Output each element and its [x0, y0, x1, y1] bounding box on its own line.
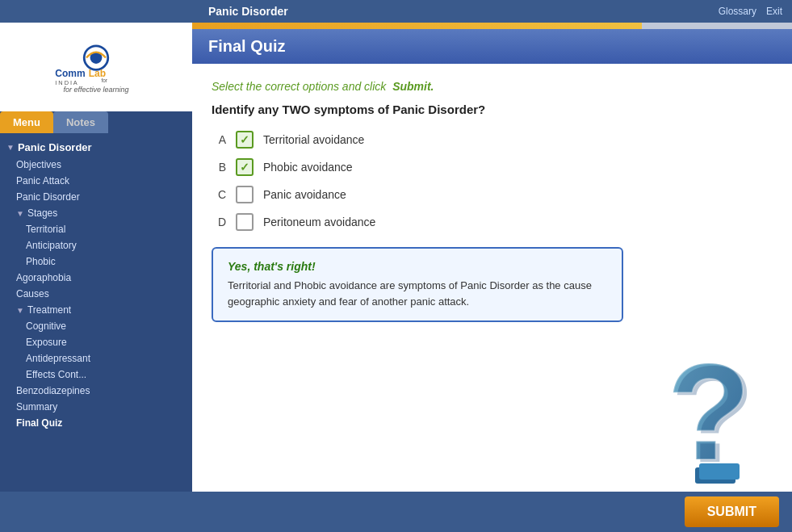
sidebar-tabs: Menu Notes: [0, 111, 192, 133]
svg-rect-10: [699, 463, 740, 480]
quiz-body: Select the correct options and click Sub…: [192, 64, 792, 492]
sidebar-item-objectives[interactable]: Objectives: [0, 157, 192, 173]
content-area: Final Quiz Select the correct options an…: [192, 23, 792, 492]
option-checkbox-d[interactable]: [236, 213, 254, 231]
option-label-c: Panic avoidance: [263, 188, 346, 201]
svg-text:Comm: Comm: [55, 67, 85, 78]
sidebar-item-phobic[interactable]: Phobic: [0, 253, 192, 270]
instruction-text: Select the correct options and click Sub…: [212, 80, 773, 93]
checkmark-a: ✓: [240, 133, 249, 146]
option-row-c: C Panic avoidance: [212, 186, 773, 203]
sidebar-item-panic-disorder-root[interactable]: ▼ Panic Disorder: [0, 138, 192, 157]
quiz-header: Final Quiz: [192, 29, 792, 64]
glossary-link[interactable]: Glossary: [719, 6, 756, 17]
feedback-text: Territorial and Phobic avoidance are sym…: [228, 278, 607, 309]
feedback-box: Yes, that's right! Territorial and Phobi…: [212, 247, 623, 322]
sidebar-item-panic-attack[interactable]: Panic Attack: [0, 173, 192, 189]
svg-text:I N D I A: I N D I A: [55, 78, 78, 85]
sidebar-item-final-quiz[interactable]: Final Quiz: [0, 415, 192, 431]
sidebar-item-anticipatory[interactable]: Anticipatory: [0, 237, 192, 253]
option-letter-c: C: [212, 188, 226, 201]
logo-tagline: for effective learning: [63, 86, 128, 94]
quiz-title: Final Quiz: [208, 37, 286, 55]
sidebar-item-exposure[interactable]: Exposure: [0, 334, 192, 350]
commlab-logo: Comm Lab I N D I A for: [48, 41, 145, 86]
svg-text:for: for: [101, 77, 107, 83]
logo-area: Comm Lab I N D I A for for effective lea…: [0, 23, 192, 111]
sidebar-item-causes[interactable]: Causes: [0, 286, 192, 302]
footer: SUBMIT: [0, 492, 792, 532]
option-row-b: B ✓ Phobic avoidance: [212, 158, 773, 176]
option-checkbox-a[interactable]: ✓: [236, 131, 254, 149]
sidebar-item-summary[interactable]: Summary: [0, 399, 192, 415]
progress-bar-container: [192, 23, 792, 29]
option-letter-d: D: [212, 216, 226, 228]
sidebar-item-territorial[interactable]: Territorial: [0, 221, 192, 237]
option-letter-b: B: [212, 161, 226, 174]
option-checkbox-c[interactable]: [236, 186, 254, 203]
option-label-b: Phobic avoidance: [263, 161, 353, 174]
feedback-correct-label: Yes, that's right!: [228, 260, 607, 273]
sidebar: Comm Lab I N D I A for for effective lea…: [0, 23, 192, 492]
progress-bar-fill: [192, 23, 642, 29]
arrow-icon: ▼: [6, 143, 15, 152]
sidebar-item-panic-disorder[interactable]: Panic Disorder: [0, 189, 192, 205]
option-label-d: Peritoneum avoidance: [263, 216, 375, 228]
submit-button[interactable]: SUBMIT: [685, 496, 779, 527]
question-text: Identify any TWO symptoms of Panic Disor…: [212, 103, 773, 116]
sidebar-item-treatment[interactable]: ▼ Treatment: [0, 302, 192, 318]
sidebar-item-agoraphobia[interactable]: Agoraphobia: [0, 270, 192, 286]
option-checkbox-b[interactable]: ✓: [236, 158, 254, 176]
option-row-d: D Peritoneum avoidance: [212, 213, 773, 231]
option-letter-a: A: [212, 133, 226, 146]
arrow-icon: ▼: [16, 306, 24, 315]
sidebar-item-benzodiazepines[interactable]: Benzodiazepines: [0, 383, 192, 399]
tab-menu[interactable]: Menu: [0, 111, 53, 133]
sidebar-item-cognitive[interactable]: Cognitive: [0, 318, 192, 334]
tab-notes[interactable]: Notes: [53, 111, 108, 133]
arrow-icon: ▼: [16, 209, 24, 218]
sidebar-item-stages[interactable]: ▼ Stages: [0, 205, 192, 221]
page-title: Panic Disorder: [208, 5, 288, 18]
exit-link[interactable]: Exit: [766, 6, 782, 17]
checkmark-b: ✓: [240, 161, 249, 174]
option-label-a: Territorial avoidance: [263, 133, 364, 146]
option-row-a: A ✓ Territorial avoidance: [212, 131, 773, 149]
question-mark-decoration: ? ? ?: [655, 330, 776, 475]
options-list: A ✓ Territorial avoidance B ✓ Phobic avo…: [212, 131, 773, 231]
sidebar-item-antidepressant[interactable]: Antidepressant: [0, 350, 192, 367]
sidebar-item-effects-cont[interactable]: Effects Cont...: [0, 367, 192, 383]
sidebar-menu: ▼ Panic Disorder Objectives Panic Attack…: [0, 133, 192, 492]
